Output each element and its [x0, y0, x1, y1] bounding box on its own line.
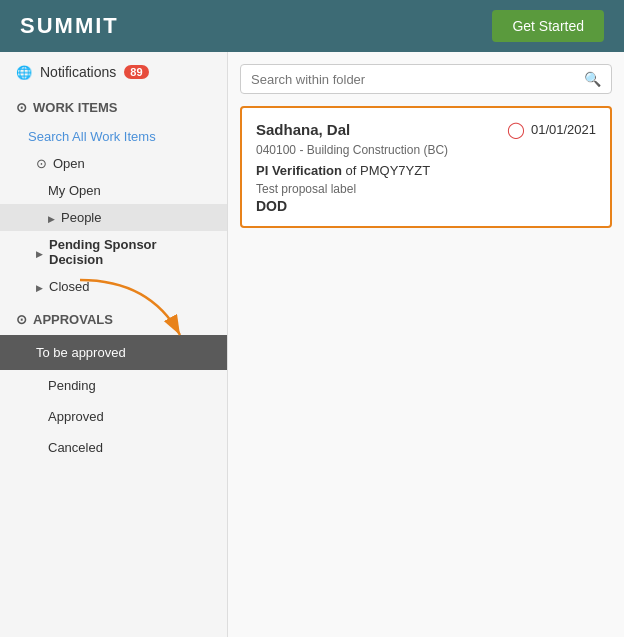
people-label: People [61, 210, 101, 225]
globe-icon [16, 64, 32, 80]
calendar-icon: ◯ [507, 120, 525, 139]
approvals-section-header[interactable]: APPROVALS [0, 304, 227, 335]
notifications-label: Notifications [40, 64, 116, 80]
card-person-name: Sadhana, Dal [256, 121, 350, 138]
approvals-label: APPROVALS [33, 312, 113, 327]
sidebar-item-people[interactable]: People [0, 204, 227, 231]
get-started-button[interactable]: Get Started [492, 10, 604, 42]
closed-chevron-icon [36, 279, 43, 294]
work-items-chevron-icon [16, 100, 27, 115]
work-items-label: WORK ITEMS [33, 100, 118, 115]
card-header: Sadhana, Dal ◯ 01/01/2021 [256, 120, 596, 139]
pending-label: Pending [48, 378, 96, 393]
work-items-section-header[interactable]: WORK ITEMS [0, 92, 227, 123]
my-open-label: My Open [48, 183, 101, 198]
open-label: Open [53, 156, 85, 171]
notifications-badge: 89 [124, 65, 148, 79]
work-item-card[interactable]: Sadhana, Dal ◯ 01/01/2021 040100 - Build… [240, 106, 612, 228]
main-layout: Notifications 89 WORK ITEMS Search All W… [0, 52, 624, 637]
sidebar-item-to-be-approved[interactable]: To be approved [0, 335, 227, 370]
pending-sponsor-label: Pending Sponsor Decision [49, 237, 211, 267]
sidebar-item-closed[interactable]: Closed [0, 273, 227, 300]
approved-label: Approved [48, 409, 104, 424]
card-subtitle: 040100 - Building Construction (BC) [256, 143, 596, 157]
pending-sponsor-chevron-icon [36, 245, 43, 260]
open-chevron-icon [36, 156, 47, 171]
card-date: 01/01/2021 [531, 122, 596, 137]
sidebar-item-pending-sponsor[interactable]: Pending Sponsor Decision [0, 231, 227, 273]
search-all-work-items-link[interactable]: Search All Work Items [0, 123, 227, 150]
sidebar-item-pending[interactable]: Pending [0, 370, 227, 401]
card-pi-line: PI Verification of PMQY7YZT [256, 163, 596, 178]
logo: SUMMIT [20, 13, 119, 39]
closed-label: Closed [49, 279, 89, 294]
search-folder-input[interactable] [251, 72, 584, 87]
sidebar-item-notifications[interactable]: Notifications 89 [0, 52, 227, 92]
card-proposal-label: Test proposal label [256, 182, 596, 196]
card-pi-id: of PMQY7YZT [346, 163, 431, 178]
to-be-approved-label: To be approved [36, 345, 126, 360]
card-dod: DOD [256, 198, 596, 214]
card-date-area: ◯ 01/01/2021 [507, 120, 596, 139]
people-chevron-icon [48, 210, 55, 225]
canceled-label: Canceled [48, 440, 103, 455]
approvals-chevron-icon [16, 312, 27, 327]
content-area: 🔍 Sadhana, Dal ◯ 01/01/2021 040100 - Bui… [228, 52, 624, 637]
sidebar: Notifications 89 WORK ITEMS Search All W… [0, 52, 228, 637]
sidebar-item-open[interactable]: Open [0, 150, 227, 177]
sidebar-item-canceled[interactable]: Canceled [0, 432, 227, 463]
sidebar-item-my-open[interactable]: My Open [0, 177, 227, 204]
card-pi-label: PI Verification [256, 163, 342, 178]
header: SUMMIT Get Started [0, 0, 624, 52]
search-icon: 🔍 [584, 71, 601, 87]
sidebar-item-approved[interactable]: Approved [0, 401, 227, 432]
search-folder-bar[interactable]: 🔍 [240, 64, 612, 94]
